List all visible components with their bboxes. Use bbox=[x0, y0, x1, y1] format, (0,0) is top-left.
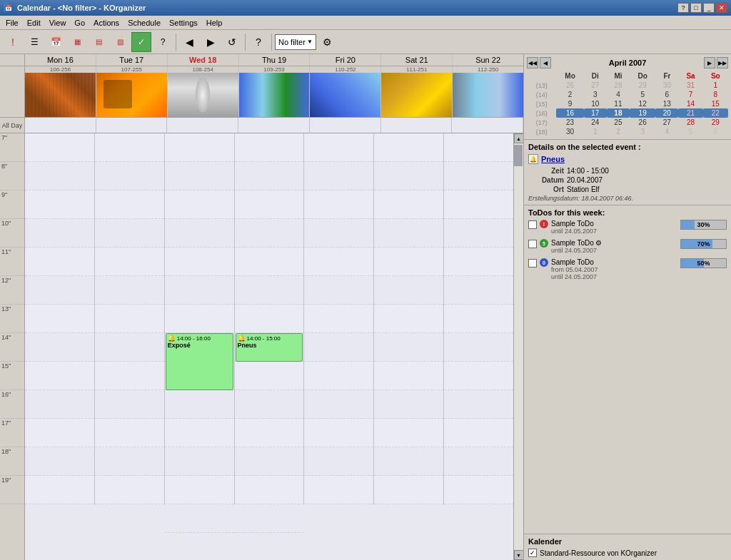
cal-day[interactable]: 27 bbox=[584, 81, 607, 90]
cal-day[interactable]: 14 bbox=[678, 99, 702, 108]
cal-day[interactable]: 6 bbox=[703, 127, 728, 136]
toolbar-refresh[interactable]: ↺ bbox=[222, 32, 242, 52]
cal-day[interactable]: 3 bbox=[630, 127, 655, 136]
cal-day[interactable]: 27 bbox=[655, 118, 678, 127]
mini-cal-prev-prev[interactable]: ◀◀ bbox=[527, 57, 538, 68]
cal-day[interactable]: 26 bbox=[630, 118, 655, 127]
cal-day[interactable]: 30 bbox=[655, 81, 678, 90]
toolbar-filter-settings[interactable]: ⚙ bbox=[318, 32, 338, 52]
cal-day[interactable]: 25 bbox=[607, 118, 630, 127]
cal-day[interactable]: 2 bbox=[607, 127, 630, 136]
slot bbox=[165, 248, 234, 276]
cal-day[interactable]: 5 bbox=[630, 90, 655, 99]
event-expose[interactable]: 🔔 14:00 - 16:00 Exposé bbox=[166, 333, 233, 390]
cal-day[interactable]: 31 bbox=[678, 81, 702, 90]
cal-day[interactable]: 29 bbox=[630, 81, 655, 90]
menu-file[interactable]: File bbox=[1, 17, 23, 29]
prev-nav[interactable]: ◀◀ ◀ bbox=[527, 57, 551, 68]
todo-checkbox-1[interactable] bbox=[528, 220, 537, 229]
cal-day[interactable]: 8 bbox=[703, 90, 728, 99]
cal-day[interactable]: 15 bbox=[703, 99, 728, 108]
menu-help[interactable]: Help bbox=[202, 17, 227, 29]
cal-day[interactable]: 28 bbox=[607, 81, 630, 90]
menu-actions[interactable]: Actions bbox=[89, 17, 123, 29]
event-name-link[interactable]: Pneus bbox=[541, 155, 565, 163]
menu-schedule[interactable]: Schedule bbox=[123, 17, 165, 29]
cal-day[interactable]: 5 bbox=[678, 127, 702, 136]
slot bbox=[165, 219, 234, 248]
toolbar-help[interactable]: ? bbox=[153, 32, 173, 52]
slot bbox=[25, 476, 94, 504]
cal-day[interactable]: 1 bbox=[703, 81, 728, 90]
cal-day[interactable]: 12 bbox=[630, 99, 655, 108]
menu-view[interactable]: View bbox=[45, 17, 71, 29]
filter-arrow-icon[interactable]: ▼ bbox=[307, 39, 313, 45]
cal-day-22[interactable]: 22 bbox=[703, 108, 728, 118]
toolbar-calendar[interactable]: 📅 bbox=[46, 32, 66, 52]
next-nav[interactable]: ▶ ▶▶ bbox=[704, 57, 728, 68]
cal-day-20[interactable]: 20 bbox=[655, 108, 678, 118]
todo-checkbox-2[interactable] bbox=[528, 240, 537, 248]
scroll-track[interactable] bbox=[514, 143, 524, 550]
minimize-button[interactable]: ? bbox=[677, 3, 689, 13]
menu-settings[interactable]: Settings bbox=[165, 17, 202, 29]
cal-day-18[interactable]: 18 bbox=[607, 108, 630, 118]
maximize-button[interactable]: □ bbox=[690, 3, 702, 13]
slot bbox=[374, 276, 443, 305]
cal-day[interactable]: 6 bbox=[655, 90, 678, 99]
cal-day-17[interactable]: 17 bbox=[584, 108, 607, 118]
todo-pct-3: 50% bbox=[697, 260, 710, 267]
event-expose-time: 14:00 - 16:00 bbox=[177, 335, 211, 342]
cal-day[interactable]: 30 bbox=[556, 127, 583, 136]
cal-day[interactable]: 3 bbox=[584, 90, 607, 99]
cal-day[interactable]: 24 bbox=[584, 118, 607, 127]
toolbar-list[interactable]: ☰ bbox=[24, 32, 44, 52]
mini-cal-next-next[interactable]: ▶▶ bbox=[717, 57, 728, 68]
close-button[interactable]: ✕ bbox=[716, 3, 727, 13]
toolbar-new-todo[interactable]: ✓ bbox=[131, 32, 151, 52]
toolbar-forward[interactable]: ▶ bbox=[201, 32, 221, 52]
zeit-row: Zeit 14:00 - 15:00 bbox=[528, 167, 727, 175]
toolbar-agenda[interactable]: ▧ bbox=[110, 32, 130, 52]
menu-edit[interactable]: Edit bbox=[23, 17, 45, 29]
cal-day[interactable]: 26 bbox=[556, 81, 583, 90]
slot bbox=[444, 219, 513, 248]
titlebar-controls[interactable]: ? □ _ ✕ bbox=[677, 3, 727, 13]
toolbar-month[interactable]: ▤ bbox=[89, 32, 109, 52]
mini-cal-next[interactable]: ▶ bbox=[704, 57, 715, 68]
cal-day[interactable]: 9 bbox=[556, 99, 583, 108]
cal-day[interactable]: 11 bbox=[607, 99, 630, 108]
kalender-checkbox[interactable]: ✓ bbox=[528, 549, 537, 557]
todo-date-1: until 24.05.2007 bbox=[551, 228, 677, 235]
restore-button[interactable]: _ bbox=[703, 3, 715, 13]
cal-day[interactable]: 2 bbox=[556, 90, 583, 99]
scroll-thumb[interactable] bbox=[514, 145, 523, 166]
toolbar-unknown[interactable]: ? bbox=[248, 32, 268, 52]
cal-day[interactable]: 29 bbox=[703, 118, 728, 127]
slot bbox=[25, 390, 94, 419]
cal-day[interactable]: 13 bbox=[655, 99, 678, 108]
day-header-mon: Mon 16 bbox=[25, 54, 96, 66]
cal-day[interactable]: 28 bbox=[678, 118, 702, 127]
scroll-up-arrow[interactable]: ▲ bbox=[514, 133, 524, 143]
toolbar-week[interactable]: ▦ bbox=[67, 32, 87, 52]
day-col-wed[interactable]: 🔔 14:00 - 16:00 Exposé bbox=[165, 133, 235, 504]
cal-day[interactable]: 4 bbox=[607, 90, 630, 99]
slot bbox=[95, 476, 164, 504]
cal-day-19[interactable]: 19 bbox=[630, 108, 655, 118]
mini-cal-prev[interactable]: ◀ bbox=[540, 57, 551, 68]
filter-box[interactable]: No filter ▼ bbox=[275, 34, 316, 50]
cal-day[interactable]: 23 bbox=[556, 118, 583, 127]
event-pneus[interactable]: 🔔 14:00 - 15:00 Pneus bbox=[236, 333, 303, 362]
todo-checkbox-3[interactable] bbox=[528, 259, 537, 268]
cal-day[interactable]: 10 bbox=[584, 99, 607, 108]
toolbar-new-event[interactable]: ! bbox=[3, 32, 23, 52]
toolbar-back[interactable]: ◀ bbox=[179, 32, 199, 52]
cal-day[interactable]: 4 bbox=[655, 127, 678, 136]
cal-day-21[interactable]: 21 bbox=[678, 108, 702, 118]
scroll-down-arrow[interactable]: ▼ bbox=[514, 550, 524, 560]
cal-day[interactable]: 7 bbox=[678, 90, 702, 99]
cal-day-16[interactable]: 16 bbox=[556, 108, 583, 118]
cal-day[interactable]: 1 bbox=[584, 127, 607, 136]
menu-go[interactable]: Go bbox=[70, 17, 89, 29]
